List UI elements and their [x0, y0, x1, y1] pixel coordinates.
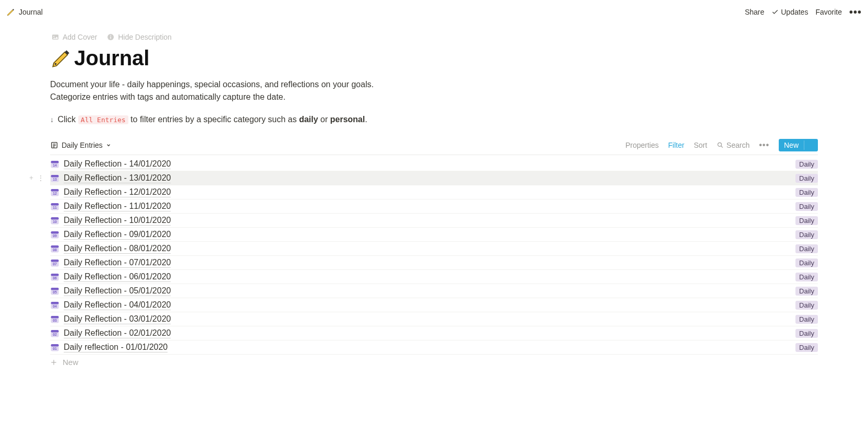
svg-text:08: 08: [53, 248, 57, 252]
entry-tag: Daily: [795, 216, 818, 225]
breadcrumb-title: Journal: [19, 8, 43, 16]
entry-tag: Daily: [795, 301, 818, 310]
svg-line-11: [721, 146, 723, 148]
entry-title: Daily Reflection - 11/01/2020: [64, 202, 795, 211]
entry-title: Daily Reflection - 06/01/2020: [64, 272, 795, 281]
entry-row[interactable]: 10 Daily Reflection - 10/01/2020 Daily: [50, 214, 818, 228]
entry-row[interactable]: 12 Daily Reflection - 12/01/2020 Daily: [50, 185, 818, 199]
sort-button[interactable]: Sort: [694, 141, 707, 149]
entry-tag: Daily: [795, 188, 818, 197]
entry-title: Daily reflection - 01/01/2020: [64, 343, 795, 352]
entry-title: Daily Reflection - 03/01/2020: [64, 314, 795, 324]
plus-icon: [50, 359, 57, 366]
entry-row[interactable]: 08 Daily Reflection - 08/01/2020 Daily: [50, 242, 818, 256]
breadcrumb[interactable]: Journal: [6, 7, 43, 17]
entry-row[interactable]: 04 Daily Reflection - 04/01/2020 Daily: [50, 298, 818, 312]
new-row-button[interactable]: New: [50, 355, 818, 370]
calendar-icon: 06: [50, 272, 60, 281]
calendar-icon: 12: [50, 187, 60, 197]
entry-row[interactable]: 14 Daily Reflection - 14/01/2020 Daily: [50, 157, 818, 171]
search-button[interactable]: Search: [717, 141, 750, 149]
entry-row[interactable]: 03 Daily Reflection - 03/01/2020 Daily: [50, 312, 818, 326]
svg-text:06: 06: [53, 276, 57, 280]
entry-tag: Daily: [795, 315, 818, 324]
svg-text:13: 13: [53, 178, 57, 181]
entry-tag: Daily: [795, 273, 818, 281]
new-button-dropdown[interactable]: [804, 140, 818, 150]
entry-title: Daily Reflection - 08/01/2020: [64, 244, 795, 253]
calendar-icon: 03: [50, 314, 60, 324]
entry-title: Daily Reflection - 14/01/2020: [64, 159, 795, 169]
properties-button[interactable]: Properties: [625, 141, 659, 149]
entry-row[interactable]: 11 Daily Reflection - 11/01/2020 Daily: [50, 199, 818, 214]
calendar-icon: 09: [50, 230, 60, 239]
svg-text:04: 04: [53, 304, 57, 308]
page-description[interactable]: Document your life - daily happenings, s…: [50, 78, 818, 103]
calendar-icon: 07: [50, 258, 60, 267]
entry-tag: Daily: [795, 258, 818, 267]
check-icon: [771, 8, 779, 16]
entry-row[interactable]: 13 Daily Reflection - 13/01/2020 Daily: [50, 171, 818, 185]
hide-description-button[interactable]: Hide Description: [106, 33, 172, 41]
calendar-icon: 08: [50, 244, 60, 253]
svg-text:03: 03: [53, 319, 57, 322]
svg-text:09: 09: [53, 234, 57, 238]
calendar-icon: 13: [50, 173, 60, 183]
entry-tag: Daily: [795, 329, 818, 338]
list-icon: [50, 141, 58, 149]
svg-text:07: 07: [53, 262, 57, 266]
share-button[interactable]: Share: [745, 8, 764, 16]
calendar-icon: 05: [50, 286, 60, 296]
svg-text:12: 12: [53, 192, 57, 195]
svg-text:14: 14: [53, 163, 57, 167]
svg-rect-3: [110, 37, 111, 39]
db-more-icon[interactable]: •••: [759, 140, 769, 150]
entry-row[interactable]: 01 Daily reflection - 01/01/2020 Daily: [50, 340, 818, 355]
new-button[interactable]: New: [779, 139, 818, 151]
entry-title: Daily Reflection - 09/01/2020: [64, 230, 795, 239]
entry-title: Daily Reflection - 13/01/2020: [64, 173, 795, 183]
svg-point-5: [55, 63, 57, 65]
chevron-down-icon: [106, 143, 111, 148]
entry-title: Daily Reflection - 02/01/2020: [64, 328, 795, 338]
entry-row[interactable]: 07 Daily Reflection - 07/01/2020 Daily: [50, 256, 818, 270]
entry-tag: Daily: [795, 343, 818, 352]
entry-row[interactable]: 06 Daily Reflection - 06/01/2020 Daily: [50, 270, 818, 284]
pen-icon: [50, 48, 72, 69]
entry-tag: Daily: [795, 202, 818, 211]
entries-list: 14 Daily Reflection - 14/01/2020 Daily 1…: [50, 157, 818, 355]
svg-text:01: 01: [53, 347, 57, 350]
updates-button[interactable]: Updates: [771, 8, 808, 16]
svg-text:10: 10: [53, 220, 57, 223]
page-title[interactable]: Journal: [74, 46, 149, 70]
entry-tag: Daily: [795, 244, 818, 253]
calendar-icon: 04: [50, 300, 60, 310]
down-arrow-icon: ↓: [50, 115, 54, 124]
entry-row[interactable]: 02 Daily Reflection - 02/01/2020 Daily: [50, 326, 818, 340]
svg-text:05: 05: [53, 290, 57, 294]
calendar-icon: 10: [50, 216, 60, 225]
svg-point-4: [110, 35, 111, 36]
chevron-down-icon: [808, 143, 814, 148]
svg-point-10: [718, 143, 721, 146]
calendar-icon: 14: [50, 159, 60, 169]
calendar-icon: 11: [50, 202, 60, 211]
entry-title: Daily Reflection - 10/01/2020: [64, 216, 795, 225]
entry-row[interactable]: 09 Daily Reflection - 09/01/2020 Daily: [50, 228, 818, 242]
more-menu-icon[interactable]: •••: [849, 7, 862, 17]
search-icon: [717, 142, 724, 149]
filter-button[interactable]: Filter: [668, 141, 684, 149]
entry-row[interactable]: 05 Daily Reflection - 05/01/2020 Daily: [50, 284, 818, 298]
entry-tag: Daily: [795, 287, 818, 296]
add-cover-button[interactable]: Add Cover: [51, 33, 97, 41]
entry-title: Daily Reflection - 04/01/2020: [64, 300, 795, 310]
calendar-icon: 01: [50, 343, 60, 352]
info-icon: [106, 33, 115, 41]
entry-title: Daily Reflection - 05/01/2020: [64, 286, 795, 296]
view-selector[interactable]: Daily Entries: [50, 141, 111, 149]
entry-tag: Daily: [795, 174, 818, 183]
pen-icon: [6, 7, 16, 17]
favorite-button[interactable]: Favorite: [815, 8, 842, 16]
svg-point-1: [53, 36, 54, 37]
entry-title: Daily Reflection - 12/01/2020: [64, 187, 795, 197]
